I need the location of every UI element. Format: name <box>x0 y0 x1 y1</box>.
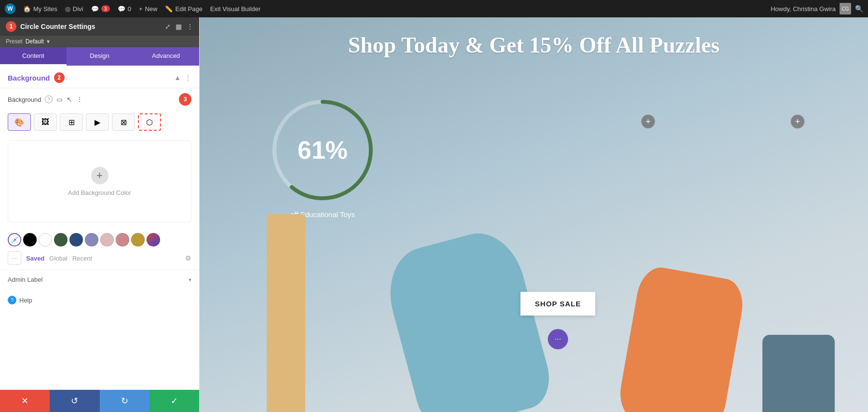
swatch-dark-blue[interactable] <box>69 233 83 247</box>
preset-row: Preset Default ▾ <box>0 36 199 47</box>
image-icon: 🖼 <box>41 118 49 126</box>
help-section: ? Help <box>0 289 199 311</box>
help-icon[interactable]: ? <box>45 96 53 103</box>
swatch-gradient[interactable] <box>147 233 160 247</box>
bg-gradient-type-btn[interactable]: ⊞ <box>60 113 83 131</box>
swatch-black[interactable] <box>23 233 37 247</box>
bg-pattern-type-btn[interactable]: ⊠ <box>112 113 135 131</box>
exit-visual-builder-button[interactable]: Exit Visual Builder <box>210 5 261 13</box>
tab-design[interactable]: Design <box>67 47 133 66</box>
video-icon: ▶ <box>95 118 100 127</box>
section-icons: ▲ ⋮ <box>174 74 191 82</box>
step-3-badge: 3 <box>179 93 191 106</box>
swatch-dark-green[interactable] <box>54 233 68 247</box>
floating-dots-button[interactable]: ··· <box>548 329 568 349</box>
background-type-icons: 🎨 🖼 ⊞ ▶ ⊠ ⬡ <box>0 110 199 136</box>
mobile-device-icon[interactable]: ▭ <box>56 96 63 103</box>
toy-wrench-decoration <box>379 224 556 412</box>
color-tab-recent[interactable]: Recent <box>72 255 92 262</box>
background-color-area: + Add Background Color <box>8 140 191 222</box>
preset-label: Preset <box>6 38 23 45</box>
swatch-medium-purple[interactable] <box>85 233 98 247</box>
redo-button[interactable]: ↻ <box>100 390 149 412</box>
tab-content[interactable]: Content <box>0 47 67 66</box>
admin-label-text: Admin Label <box>8 276 42 283</box>
background-section-header: Background 2 ▲ ⋮ <box>0 66 199 88</box>
collapse-icon[interactable]: ▲ <box>174 74 181 82</box>
wordpress-icon[interactable]: W <box>5 3 15 14</box>
background-title: Background <box>8 74 50 82</box>
swatch-white[interactable] <box>39 233 52 247</box>
panel-title-row: 1 Circle Counter Settings <box>6 21 95 32</box>
mask-icon: ⬡ <box>146 118 153 127</box>
bg-image-type-btn[interactable]: 🖼 <box>34 113 57 131</box>
more-icon[interactable]: ⋮ <box>187 23 193 30</box>
color-tab-saved[interactable]: Saved <box>26 255 44 262</box>
comments-zero[interactable]: 💬 0 <box>118 5 131 13</box>
help-label: Help <box>19 297 32 304</box>
bg-color-type-btn[interactable]: 🎨 <box>8 113 31 131</box>
circle-counter: 61% <box>267 95 378 206</box>
section-more-icon[interactable]: ⋮ <box>185 74 191 82</box>
settings-panel: 1 Circle Counter Settings ⤢ ▦ ⋮ Preset D… <box>0 17 200 412</box>
undo-button[interactable]: ↺ <box>50 390 99 412</box>
cursor-icon[interactable]: ↖ <box>67 96 72 103</box>
main-layout: 1 Circle Counter Settings ⤢ ▦ ⋮ Preset D… <box>0 17 868 412</box>
help-circle-icon[interactable]: ? <box>8 296 16 304</box>
swatch-gold[interactable] <box>131 233 145 247</box>
comments-menu[interactable]: 💬 3 <box>91 5 110 13</box>
page-preview: Shop Today & Get 15% Off All Puzzles 61%… <box>200 17 868 412</box>
howdy-text: Howdy, Christina Gwira <box>771 5 836 13</box>
edit-page-button[interactable]: ✏️ Edit Page <box>165 5 202 13</box>
background-label-row: Background ? ▭ ↖ ⋮ 3 <box>0 88 199 110</box>
add-background-color-label: Add Background Color <box>68 189 131 196</box>
columns-icon[interactable]: ▦ <box>176 23 182 30</box>
preset-chevron: ▾ <box>47 38 50 45</box>
swatch-light-pink[interactable] <box>100 233 114 247</box>
cancel-button[interactable]: ✕ <box>0 390 50 412</box>
save-button[interactable]: ✓ <box>149 390 199 412</box>
comment-icon: 💬 <box>91 5 99 13</box>
panel-title: Circle Counter Settings <box>20 23 95 30</box>
search-icon[interactable]: 🔍 <box>855 5 863 13</box>
restore-icon[interactable]: ⤢ <box>165 23 171 30</box>
add-content-button-2[interactable]: + <box>790 114 805 129</box>
tab-advanced[interactable]: Advanced <box>133 47 199 66</box>
admin-bar: W 🏠 My Sites ◎ Divi 💬 3 💬 0 + New ✏️ Edi… <box>0 0 868 17</box>
bg-video-type-btn[interactable]: ▶ <box>86 113 109 131</box>
eyedropper-tool[interactable]: 💉 <box>8 233 21 247</box>
color-swatches-row: 💉 <box>0 227 199 249</box>
my-sites-menu[interactable]: 🏠 My Sites <box>23 5 57 13</box>
color-swatch-icon: 🎨 <box>14 118 24 127</box>
color-tab-global[interactable]: Global <box>49 255 68 262</box>
admin-label-section[interactable]: Admin Label ▾ <box>0 270 199 289</box>
more-swatches-button[interactable]: ··· <box>8 251 21 265</box>
background-label: Background <box>8 96 41 103</box>
user-avatar[interactable]: CG <box>840 3 851 14</box>
add-content-button-1[interactable]: + <box>640 114 656 129</box>
shop-sale-button[interactable]: SHOP SALE <box>520 292 595 316</box>
swatch-salmon[interactable] <box>116 233 129 247</box>
toy-ruler-decoration <box>267 214 305 412</box>
gradient-icon: ⊞ <box>68 118 75 127</box>
bg-mask-type-btn[interactable]: ⬡ <box>138 113 161 131</box>
toy-orange-decoration <box>616 264 747 412</box>
panel-icons: ⤢ ▦ ⋮ <box>165 23 193 30</box>
add-background-color-button[interactable]: + <box>91 167 108 184</box>
tabs-row: Content Design Advanced <box>0 47 199 66</box>
comment-count-badge: 3 <box>101 5 110 12</box>
color-tabs-row: ··· Saved Global Recent ⚙ <box>0 249 199 270</box>
bg-dots-icon[interactable]: ⋮ <box>76 96 83 103</box>
comment-zero-icon: 💬 <box>118 5 125 13</box>
divi-menu[interactable]: ◎ Divi <box>65 5 83 13</box>
toy-blue-decoration <box>762 335 835 412</box>
bottom-action-bar: ✕ ↺ ↻ ✓ <box>0 390 199 412</box>
admin-label-chevron-icon: ▾ <box>189 276 191 283</box>
panel-header: 1 Circle Counter Settings ⤢ ▦ ⋮ <box>0 17 199 36</box>
promo-headline: Shop Today & Get 15% Off All Puzzles <box>339 17 730 68</box>
sites-icon: 🏠 <box>23 5 31 13</box>
preset-label-row: Preset Default ▾ <box>6 38 50 45</box>
color-settings-icon[interactable]: ⚙ <box>185 254 191 262</box>
new-button[interactable]: + New <box>139 5 158 13</box>
step-2-badge: 2 <box>54 72 65 83</box>
